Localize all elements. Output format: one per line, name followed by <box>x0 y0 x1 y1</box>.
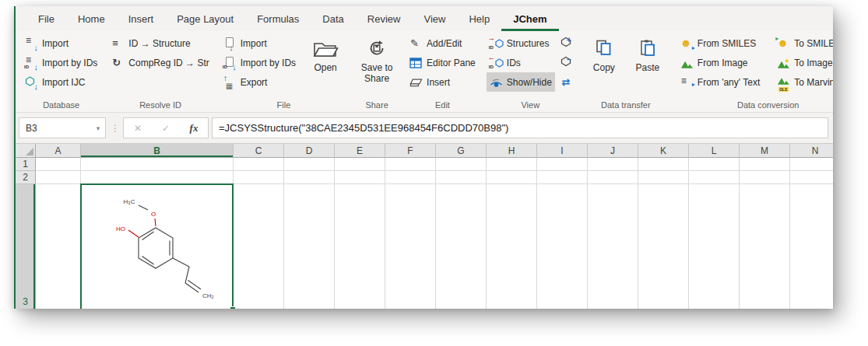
tab-file[interactable]: File <box>26 6 66 31</box>
to-image-button[interactable]: To Image <box>774 53 833 72</box>
cell[interactable] <box>638 171 689 184</box>
show-hide-button[interactable]: Show/Hide <box>487 72 555 92</box>
cell[interactable] <box>689 171 740 184</box>
column-header-d[interactable]: D <box>284 144 335 158</box>
cell[interactable] <box>335 158 385 171</box>
view-structures-button[interactable]: →ID Structures <box>487 33 555 53</box>
cell[interactable] <box>436 158 487 171</box>
column-header-n[interactable]: N <box>790 144 833 158</box>
column-header-b[interactable]: B <box>81 144 234 158</box>
enter-button[interactable]: ✓ <box>152 123 180 134</box>
cell[interactable] <box>487 158 537 171</box>
to-smiles-button[interactable]: ☻▸ To SMILES <box>774 33 833 53</box>
editor-pane-button[interactable]: Editor Pane <box>406 53 479 72</box>
column-header-c[interactable]: C <box>234 144 284 158</box>
tab-view[interactable]: View <box>412 6 457 31</box>
cell[interactable] <box>81 171 234 184</box>
formula-input[interactable]: =JCSYSStructure("38CAE2345D531EE968454F6… <box>212 117 828 138</box>
column-header-m[interactable]: M <box>740 144 790 158</box>
cell[interactable] <box>36 171 81 184</box>
cell[interactable] <box>689 184 740 309</box>
fill-handle[interactable] <box>230 306 236 309</box>
file-import-by-ids-button[interactable]: ID↓ Import by IDs <box>220 53 299 72</box>
cell[interactable] <box>335 184 385 309</box>
cell[interactable] <box>537 184 588 309</box>
column-header-l[interactable]: L <box>689 144 740 158</box>
edit-insert-button[interactable]: Insert <box>406 72 479 92</box>
cell-b3[interactable]: H₃C O HO CH₂ <box>81 184 234 309</box>
cell[interactable] <box>385 171 436 184</box>
cell[interactable] <box>638 184 689 309</box>
remove-structure-button[interactable]: − <box>557 53 575 72</box>
refresh-structures-button[interactable]: ⇄ <box>557 72 575 92</box>
cell[interactable] <box>537 158 588 171</box>
db-import-ijc-button[interactable]: ↓ Import IJC <box>22 72 100 92</box>
cell[interactable] <box>790 184 833 309</box>
tab-home[interactable]: Home <box>66 6 117 31</box>
cell[interactable] <box>284 158 335 171</box>
cell[interactable] <box>638 158 689 171</box>
column-header-g[interactable]: G <box>436 144 487 158</box>
add-structure-button[interactable]: + <box>557 33 575 53</box>
file-export-button[interactable]: ▦↑ Export <box>220 72 299 92</box>
cell[interactable] <box>436 171 487 184</box>
cell[interactable] <box>36 184 81 309</box>
to-marvin-ole-button[interactable]: OLE To Marvin OLE <box>774 72 833 92</box>
cell[interactable] <box>234 158 284 171</box>
cell[interactable] <box>81 158 234 171</box>
cell[interactable] <box>588 184 638 309</box>
cell[interactable] <box>284 184 335 309</box>
from-any-text-button[interactable]: ≡▸ From 'any' Text <box>677 72 763 92</box>
cell[interactable] <box>487 171 537 184</box>
insert-function-button[interactable]: fx <box>180 122 208 135</box>
cell[interactable] <box>436 184 487 309</box>
cell[interactable] <box>487 184 537 309</box>
cell[interactable] <box>740 158 790 171</box>
cell[interactable] <box>36 158 81 171</box>
db-import-button[interactable]: ≡↓ Import <box>22 33 100 53</box>
select-all-button[interactable] <box>16 144 36 158</box>
tab-review[interactable]: Review <box>356 6 413 31</box>
open-button[interactable]: Open <box>304 33 347 74</box>
cell[interactable] <box>284 171 335 184</box>
column-header-j[interactable]: J <box>588 144 638 158</box>
column-header-h[interactable]: H <box>487 144 537 158</box>
cell[interactable] <box>537 171 588 184</box>
tab-insert[interactable]: Insert <box>117 6 166 31</box>
tab-data[interactable]: Data <box>311 6 355 31</box>
column-header-e[interactable]: E <box>335 144 385 158</box>
tab-formulas[interactable]: Formulas <box>245 6 311 31</box>
row-header-2[interactable]: 2 <box>16 171 36 184</box>
column-header-i[interactable]: I <box>537 144 588 158</box>
column-header-k[interactable]: K <box>638 144 689 158</box>
from-smiles-button[interactable]: ☻▸ From SMILES <box>677 33 763 53</box>
row-header-3[interactable]: 3 <box>16 184 36 309</box>
row-header-1[interactable]: 1 <box>16 158 36 171</box>
db-import-by-ids-button[interactable]: ≡ID↓ Import by IDs <box>22 53 100 72</box>
cell[interactable] <box>335 171 385 184</box>
cell[interactable] <box>740 184 790 309</box>
cell[interactable] <box>740 171 790 184</box>
cell[interactable] <box>588 171 638 184</box>
cell[interactable] <box>790 158 833 171</box>
compreg-id-to-str-button[interactable]: ↻ CompReg ID → Str <box>108 53 212 72</box>
from-image-button[interactable]: From Image <box>677 53 763 72</box>
copy-button[interactable]: Copy <box>582 33 626 74</box>
cell[interactable] <box>689 158 740 171</box>
name-box[interactable]: B3 ▾ <box>19 117 106 138</box>
column-header-a[interactable]: A <box>36 144 81 158</box>
name-box-dropdown-icon[interactable]: ▾ <box>91 124 105 132</box>
cancel-button[interactable]: ✕ <box>124 123 152 134</box>
cell[interactable] <box>234 171 284 184</box>
id-to-structure-button[interactable]: ≡ ID → Structure <box>108 33 212 53</box>
tab-page-layout[interactable]: Page Layout <box>165 6 245 31</box>
tab-jchem[interactable]: JChem <box>501 6 558 31</box>
cell[interactable] <box>385 158 436 171</box>
save-to-share-button[interactable]: Save to Share <box>355 33 399 85</box>
file-import-button[interactable]: ↓ Import <box>220 33 299 53</box>
cell[interactable] <box>385 184 436 309</box>
cell[interactable] <box>234 184 284 309</box>
view-ids-button[interactable]: ←ID IDs <box>487 53 555 72</box>
column-header-f[interactable]: F <box>385 144 436 158</box>
cell[interactable] <box>790 171 833 184</box>
